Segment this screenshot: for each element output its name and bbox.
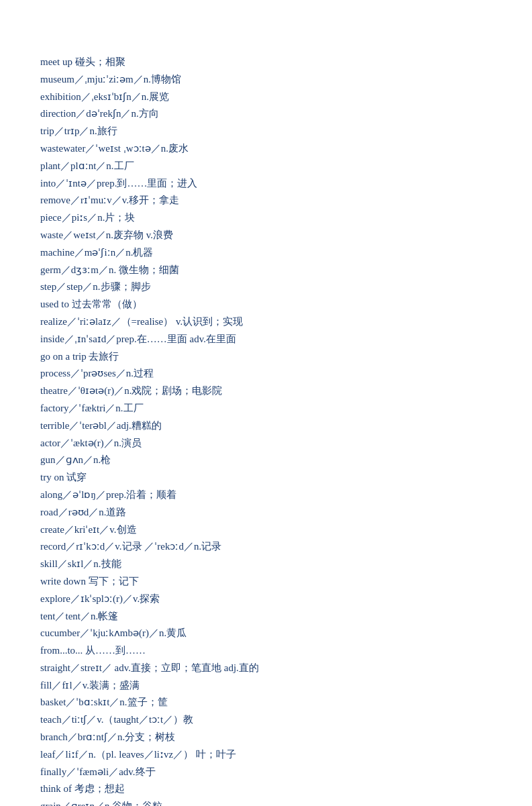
vocab-item: factory／ˈfæktri／n.工厂 [40,400,492,417]
vocab-item: into／ˈɪntə／prep.到……里面；进入 [40,175,492,193]
vocab-item: teach／tiːtʃ／v.（taught／tɔːt／）教 [40,711,492,729]
vocab-item: waste／weɪst／n.废弃物 v.浪费 [40,227,492,244]
vocab-item: from...to... 从……到…… [40,642,492,660]
vocab-item: think of 考虑；想起 [40,780,492,798]
vocab-item: leaf／liːf／n.（pl. leaves／liːvz／） 叶；叶子 [40,746,492,764]
vocab-item: piece／piːs／n.片；块 [40,209,492,227]
vocab-item: grain／ɡreɪn／n.谷物；谷粒 [40,798,492,806]
vocab-item: meet up 碰头；相聚 [40,54,492,71]
vocab-item: used to 过去常常（做） [40,296,492,313]
vocab-item: straight／streɪt／ adv.直接；立即；笔直地 adj.直的 [40,660,492,677]
vocab-item: write down 写下；记下 [40,573,492,591]
vocab-item: basket／ˈbɑːskɪt／n.篮子；筐 [40,694,492,711]
vocab-item: along／əˈlɒŋ／prep.沿着；顺着 [40,487,492,504]
vocab-item: inside／ˌɪnˈsaɪd／prep.在……里面 adv.在里面 [40,331,492,348]
vocab-item: fill／fɪl／v.装满；盛满 [40,677,492,695]
vocab-item: plant／plɑːnt／n.工厂 [40,158,492,175]
vocab-item: cucumber／ˈkjuːkʌmbə(r)／n.黄瓜 [40,625,492,642]
vocab-item: try on 试穿 [40,469,492,487]
vocab-item: germ／dʒɜːm／n. 微生物；细菌 [40,262,492,279]
vocab-item: road／rəʊd／n.道路 [40,504,492,521]
vocab-item: create／kriˈeɪt／v.创造 [40,521,492,539]
vocab-item: museum／ˌmjuːˈziːəm／n.博物馆 [40,71,492,89]
vocab-item: finally／ˈfæməli／adv.终于 [40,764,492,781]
vocab-item: remove／rɪˈmuːv／v.移开；拿走 [40,192,492,209]
vocab-item: actor／ˈæktə(r)／n.演员 [40,435,492,452]
vocab-item: wastewater／ˈweɪst ˌwɔːtə／n.废水 [40,140,492,158]
vocab-item: go on a trip 去旅行 [40,348,492,366]
vocab-item: gun／ɡʌn／n.枪 [40,452,492,469]
vocab-item: step／step／n.步骤；脚步 [40,279,492,296]
vocab-item: tent／tent／n.帐篷 [40,608,492,625]
vocab-item: trip／trɪp／n.旅行 [40,123,492,140]
vocab-item: exhibition／ˌeksɪˈbɪʃn／n.展览 [40,89,492,106]
vocab-item: explore／ɪkˈsplɔː(r)／v.探索 [40,591,492,608]
vocab-item: realize／ˈriːəlaɪz／（=realise） v.认识到；实现 [40,313,492,331]
vocab-item: skill／skɪl／n.技能 [40,556,492,573]
vocab-item: theatre／ˈθɪətə(r)／n.戏院；剧场；电影院 [40,383,492,400]
vocab-item: terrible／ˈterəbl／adj.糟糕的 [40,417,492,435]
vocab-item: record／rɪˈkɔːd／v.记录 ／ˈrekɔːd／n.记录 [40,538,492,556]
vocab-list: meet up 碰头；相聚museum／ˌmjuːˈziːəm／n.博物馆exh… [40,54,492,806]
vocab-item: branch／brɑːntʃ／n.分支；树枝 [40,729,492,746]
vocab-item: direction／dəˈrekʃn／n.方向 [40,105,492,123]
vocab-item: machine／məˈʃiːn／n.机器 [40,244,492,262]
vocab-item: process／ˈprəʊses／n.过程 [40,365,492,383]
